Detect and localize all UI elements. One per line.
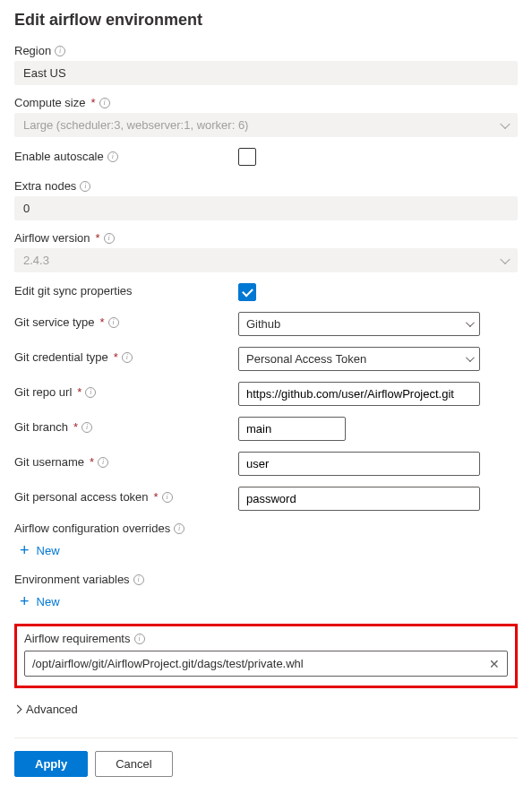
info-icon[interactable]: i (85, 387, 96, 398)
airflow-version-select: 2.4.3 (14, 248, 518, 272)
git-pat-input[interactable] (238, 487, 480, 511)
field-airflow-version: Airflow version * i 2.4.3 (14, 231, 518, 272)
info-icon[interactable]: i (55, 46, 65, 56)
required-marker: * (77, 385, 82, 399)
git-credential-type-select[interactable]: Personal Access Token (238, 347, 480, 371)
info-icon[interactable]: i (80, 181, 90, 192)
enable-autoscale-checkbox[interactable] (238, 148, 256, 166)
required-marker: * (90, 455, 94, 469)
required-marker: * (114, 350, 118, 364)
info-icon[interactable]: i (134, 634, 145, 644)
edit-git-sync-checkbox[interactable] (238, 283, 256, 301)
airflow-requirements-input[interactable]: /opt/airflow/git/AirflowProject.git/dags… (24, 651, 508, 677)
info-icon[interactable]: i (122, 352, 133, 363)
info-icon[interactable]: i (108, 317, 119, 328)
airflow-requirements-value: /opt/airflow/git/AirflowProject.git/dags… (32, 657, 482, 670)
label-git-pat: Git personal access token (14, 490, 149, 504)
info-icon[interactable]: i (98, 457, 108, 468)
field-env-vars: Environment variables i + New (14, 573, 518, 613)
info-icon[interactable]: i (107, 151, 118, 162)
airflow-requirements-highlight: Airflow requirements i /opt/airflow/git/… (14, 624, 518, 688)
field-git-service-type: Git service type * i Github (14, 312, 518, 336)
label-git-credential-type: Git credential type (14, 350, 108, 364)
cancel-button[interactable]: Cancel (95, 751, 172, 777)
apply-button[interactable]: Apply (14, 751, 88, 777)
field-extra-nodes: Extra nodes i 0 (14, 179, 518, 220)
plus-icon: + (20, 542, 30, 558)
label-region: Region (14, 44, 51, 57)
required-marker: * (73, 420, 78, 434)
info-icon[interactable]: i (174, 523, 184, 534)
region-value: East US (14, 61, 518, 85)
field-region: Region i East US (14, 44, 518, 85)
label-git-repo-url: Git repo url (14, 385, 72, 399)
git-branch-input[interactable] (238, 417, 346, 441)
label-extra-nodes: Extra nodes (14, 179, 76, 193)
git-repo-url-input[interactable] (238, 382, 480, 406)
label-enable-autoscale: Enable autoscale (14, 150, 104, 163)
select-value: Github (246, 317, 280, 331)
git-username-input[interactable] (238, 452, 480, 476)
advanced-toggle[interactable]: Advanced (14, 697, 78, 721)
field-git-repo-url: Git repo url * i (14, 382, 518, 406)
compute-size-select: Large (scheduler:3, webserver:1, worker:… (14, 113, 518, 137)
label-airflow-version: Airflow version (14, 231, 90, 245)
info-icon[interactable]: i (162, 492, 173, 503)
field-git-branch: Git branch * i (14, 417, 518, 441)
chevron-right-icon (13, 705, 22, 714)
info-icon[interactable]: i (82, 422, 92, 433)
label-airflow-config-overrides: Airflow configuration overrides (14, 522, 170, 535)
plus-icon: + (20, 593, 30, 609)
clear-icon[interactable]: ✕ (489, 658, 500, 670)
info-icon[interactable]: i (104, 233, 115, 244)
label-edit-git-sync: Edit git sync properties (14, 284, 133, 298)
divider (14, 738, 518, 738)
field-edit-git-sync: Edit git sync properties (14, 283, 518, 301)
field-compute-size: Compute size * i Large (scheduler:3, web… (14, 96, 518, 137)
field-git-credential-type: Git credential type * i Personal Access … (14, 347, 518, 371)
info-icon[interactable]: i (133, 574, 144, 585)
label-env-vars: Environment variables (14, 573, 130, 586)
required-marker: * (96, 231, 100, 245)
info-icon[interactable]: i (99, 98, 110, 108)
required-marker: * (100, 315, 105, 329)
advanced-label: Advanced (26, 703, 78, 716)
add-env-var-button[interactable]: + New (14, 590, 65, 613)
field-git-username: Git username * i (14, 452, 518, 476)
chevron-down-icon (466, 353, 475, 362)
label-compute-size: Compute size (14, 96, 85, 109)
field-airflow-config-overrides: Airflow configuration overrides i + New (14, 522, 518, 562)
required-marker: * (154, 490, 159, 504)
page-title: Edit airflow environment (14, 11, 518, 30)
field-enable-autoscale: Enable autoscale i (14, 148, 518, 168)
label-airflow-requirements: Airflow requirements (24, 632, 131, 645)
extra-nodes-value: 0 (14, 196, 518, 220)
footer: Apply Cancel (14, 751, 518, 777)
label-git-username: Git username (14, 455, 84, 469)
label-git-service-type: Git service type (14, 315, 95, 329)
chevron-down-icon (466, 318, 475, 327)
required-marker: * (90, 96, 95, 109)
select-value: Personal Access Token (246, 352, 366, 366)
new-label: New (37, 595, 60, 608)
field-git-pat: Git personal access token * i (14, 487, 518, 511)
git-service-type-select[interactable]: Github (238, 312, 480, 336)
add-config-override-button[interactable]: + New (14, 539, 65, 562)
new-label: New (37, 544, 60, 557)
label-git-branch: Git branch (14, 420, 68, 434)
